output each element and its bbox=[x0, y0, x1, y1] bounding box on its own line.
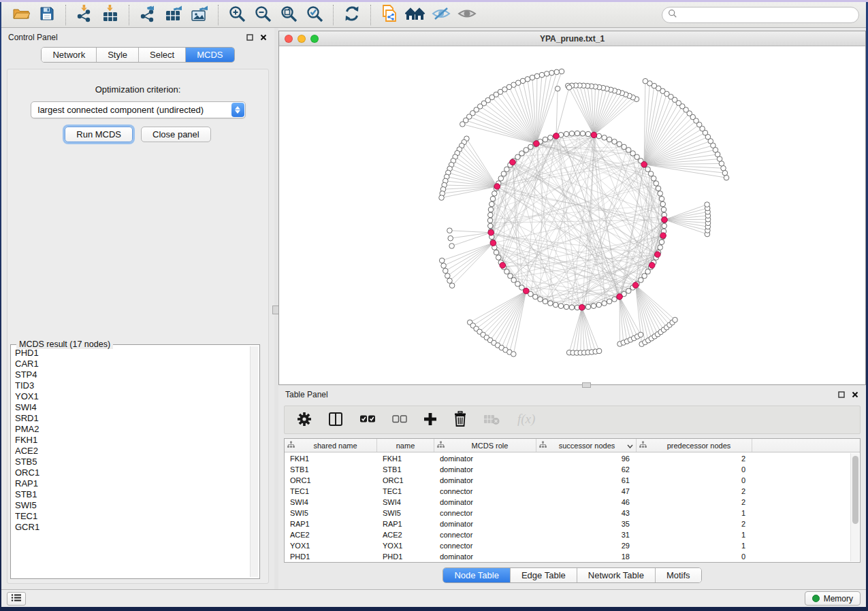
hide-selected-button[interactable] bbox=[428, 4, 454, 26]
dominator-node[interactable] bbox=[500, 263, 506, 269]
mcds-result-item[interactable]: PMA2 bbox=[15, 424, 248, 435]
network-node[interactable] bbox=[651, 176, 656, 182]
table-tab-network-table[interactable]: Network Table bbox=[577, 568, 656, 582]
network-node[interactable] bbox=[445, 274, 451, 279]
network-node[interactable] bbox=[501, 171, 507, 177]
network-node[interactable] bbox=[580, 131, 585, 137]
network-node[interactable] bbox=[602, 135, 607, 141]
table-row[interactable]: ORC1ORC1dominator610 bbox=[285, 475, 850, 486]
network-node[interactable] bbox=[642, 274, 647, 279]
run-mcds-button[interactable]: Run MCDS bbox=[65, 127, 133, 142]
save-session-button[interactable] bbox=[34, 4, 60, 26]
table-cell[interactable]: 1 bbox=[637, 508, 752, 518]
network-node[interactable] bbox=[533, 294, 539, 299]
close-panel-button[interactable] bbox=[259, 33, 268, 42]
table-cell[interactable]: 0 bbox=[637, 464, 752, 475]
table-row[interactable]: RAP1RAP1dominator352 bbox=[285, 518, 850, 529]
network-node[interactable] bbox=[538, 297, 543, 302]
table-cell[interactable]: RAP1 bbox=[285, 518, 377, 529]
dominator-node[interactable] bbox=[488, 230, 494, 236]
first-neighbors-button[interactable] bbox=[402, 4, 428, 26]
mcds-result-list[interactable]: PHD1CAR1STP4TID3YOX1SWI4SRD1PMA2FKH1ACE2… bbox=[15, 348, 248, 577]
network-node[interactable] bbox=[612, 297, 617, 302]
dominator-node[interactable] bbox=[553, 133, 560, 139]
import-table-button[interactable] bbox=[97, 4, 123, 26]
select-all-rows-button[interactable] bbox=[359, 414, 376, 426]
table-cell[interactable]: ORC1 bbox=[377, 475, 434, 486]
table-tab-motifs[interactable]: Motifs bbox=[656, 568, 701, 582]
mcds-result-item[interactable]: STB1 bbox=[15, 489, 248, 500]
table-cell[interactable]: 18 bbox=[536, 551, 637, 562]
dominator-node[interactable] bbox=[524, 288, 530, 294]
table-cell[interactable]: 2 bbox=[637, 453, 752, 464]
network-node[interactable] bbox=[504, 269, 510, 274]
network-node[interactable] bbox=[602, 301, 607, 306]
network-node[interactable] bbox=[612, 139, 617, 144]
tab-style[interactable]: Style bbox=[97, 48, 139, 62]
export-image-button[interactable] bbox=[187, 4, 212, 26]
column-header-successor-nodes[interactable]: successor nodes bbox=[536, 439, 637, 452]
network-node[interactable] bbox=[673, 317, 678, 323]
table-cell[interactable]: 2 bbox=[637, 518, 752, 529]
dominator-node[interactable] bbox=[655, 252, 661, 258]
export-network-button[interactable] bbox=[135, 4, 161, 26]
table-cell[interactable]: 62 bbox=[536, 464, 637, 475]
network-node[interactable] bbox=[722, 170, 728, 176]
column-header-MCDS-role[interactable]: MCDS role bbox=[434, 439, 536, 452]
mcds-result-item[interactable]: YOX1 bbox=[15, 391, 248, 402]
column-header-predecessor-nodes[interactable]: predecessor nodes bbox=[637, 439, 752, 452]
close-panel-button-mcds[interactable]: Close panel bbox=[141, 127, 211, 142]
network-node[interactable] bbox=[607, 137, 612, 142]
network-node[interactable] bbox=[488, 207, 494, 212]
table-cell[interactable]: 47 bbox=[536, 486, 637, 497]
show-all-button[interactable] bbox=[454, 4, 480, 26]
network-node[interactable] bbox=[648, 171, 654, 177]
network-node[interactable] bbox=[490, 196, 496, 201]
network-node[interactable] bbox=[549, 70, 555, 76]
network-node[interactable] bbox=[524, 148, 529, 153]
network-node[interactable] bbox=[530, 75, 535, 80]
network-search-box[interactable] bbox=[662, 7, 859, 23]
table-cell[interactable]: RAP1 bbox=[377, 518, 434, 529]
network-node[interactable] bbox=[638, 332, 643, 337]
dominator-node[interactable] bbox=[649, 263, 655, 269]
table-cell[interactable]: PHD1 bbox=[377, 551, 434, 562]
network-node[interactable] bbox=[539, 72, 545, 78]
network-node[interactable] bbox=[498, 176, 504, 182]
network-node[interactable] bbox=[564, 131, 569, 137]
network-node[interactable] bbox=[596, 133, 602, 139]
export-table-button[interactable] bbox=[161, 4, 187, 26]
table-row[interactable]: FKH1FKH1dominator962 bbox=[285, 453, 850, 464]
network-graph[interactable] bbox=[279, 46, 865, 384]
network-node[interactable] bbox=[441, 263, 447, 269]
table-cell[interactable]: dominator bbox=[434, 551, 536, 562]
network-node[interactable] bbox=[645, 269, 651, 274]
table-cell[interactable]: dominator bbox=[434, 497, 536, 508]
dominator-node[interactable] bbox=[641, 161, 647, 167]
table-cell[interactable]: dominator bbox=[434, 475, 536, 486]
network-node[interactable] bbox=[585, 131, 591, 137]
show-columns-button[interactable] bbox=[328, 412, 343, 429]
float-panel-button[interactable] bbox=[246, 33, 254, 42]
table-cell[interactable]: FKH1 bbox=[285, 453, 377, 464]
mcds-result-item[interactable]: SWI4 bbox=[15, 402, 248, 413]
zoom-in-button[interactable] bbox=[224, 4, 250, 26]
network-window-titlebar[interactable]: YPA_prune.txt_1 bbox=[279, 31, 865, 46]
open-file-button[interactable] bbox=[8, 4, 34, 26]
mcds-result-item[interactable]: STP4 bbox=[15, 369, 248, 380]
table-cell[interactable]: 31 bbox=[536, 529, 637, 540]
network-node[interactable] bbox=[564, 304, 569, 310]
mcds-result-item[interactable]: TID3 bbox=[15, 380, 248, 391]
table-cell[interactable]: connector bbox=[434, 540, 536, 551]
tab-select[interactable]: Select bbox=[139, 48, 186, 62]
mcds-result-item[interactable]: SWI5 bbox=[15, 500, 248, 511]
table-cell[interactable]: SWI5 bbox=[285, 508, 377, 518]
mcds-result-item[interactable]: STB5 bbox=[15, 457, 248, 467]
network-node[interactable] bbox=[626, 148, 631, 153]
dominator-node[interactable] bbox=[662, 217, 668, 223]
network-node[interactable] bbox=[487, 218, 493, 223]
network-node[interactable] bbox=[622, 144, 627, 150]
network-node[interactable] bbox=[660, 201, 666, 207]
network-node[interactable] bbox=[559, 69, 564, 74]
network-node[interactable] bbox=[654, 181, 659, 186]
